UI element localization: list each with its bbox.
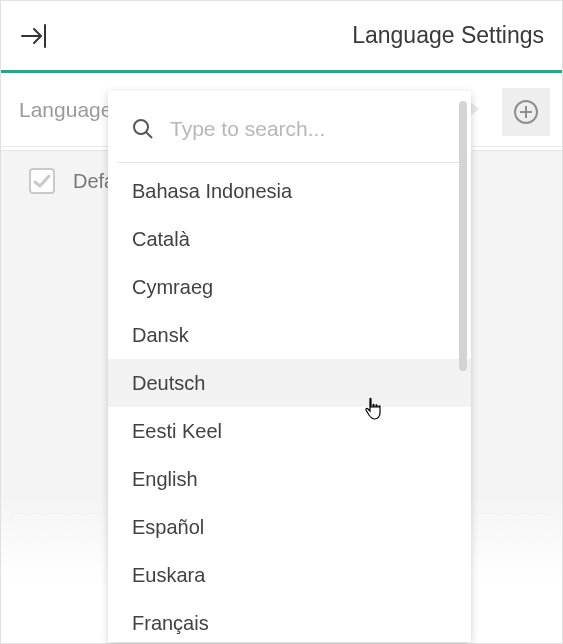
language-option[interactable]: Cymraeg	[108, 263, 471, 311]
search-icon	[132, 118, 154, 140]
language-option[interactable]: Deutsch	[108, 359, 471, 407]
page-title: Language Settings	[352, 22, 544, 49]
language-option[interactable]: Français	[108, 599, 471, 642]
svg-point-5	[134, 120, 148, 134]
search-input[interactable]	[170, 117, 447, 141]
language-option[interactable]: Dansk	[108, 311, 471, 359]
language-option[interactable]: Euskara	[108, 551, 471, 599]
language-option-list: Bahasa IndonesiaCatalàCymraegDanskDeutsc…	[108, 167, 471, 642]
add-language-button[interactable]	[502, 88, 550, 136]
language-option[interactable]: English	[108, 455, 471, 503]
default-checkbox[interactable]	[29, 168, 55, 194]
language-option[interactable]: Català	[108, 215, 471, 263]
language-option[interactable]: Eesti Keel	[108, 407, 471, 455]
language-option[interactable]: Bahasa Indonesia	[108, 167, 471, 215]
svg-line-6	[146, 132, 152, 138]
language-dropdown-panel: Bahasa IndonesiaCatalàCymraegDanskDeutsc…	[108, 91, 471, 642]
language-option[interactable]: Español	[108, 503, 471, 551]
collapse-panel-icon[interactable]	[19, 21, 49, 51]
language-dropdown-label: Language	[19, 98, 112, 122]
dropdown-scrollbar[interactable]	[459, 101, 467, 371]
